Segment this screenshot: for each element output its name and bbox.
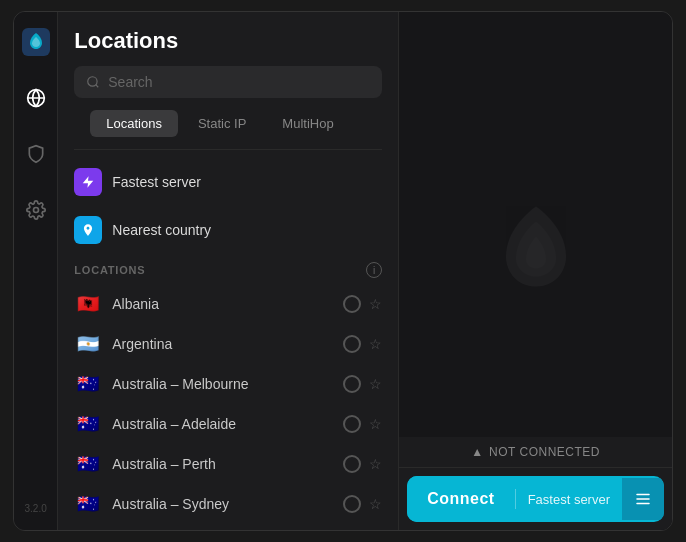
tab-static-ip[interactable]: Static IP bbox=[182, 110, 262, 137]
location-name-au-perth: Australia – Perth bbox=[112, 456, 333, 472]
location-name-argentina: Argentina bbox=[112, 336, 333, 352]
star-icon-au-perth[interactable]: ☆ bbox=[369, 456, 382, 472]
not-connected-status: NOT CONNECTED bbox=[489, 445, 600, 459]
hamburger-icon bbox=[634, 490, 652, 508]
nearest-country-label: Nearest country bbox=[112, 222, 211, 238]
location-actions-au-sydney: ☆ bbox=[343, 495, 382, 513]
location-actions-au-perth: ☆ bbox=[343, 455, 382, 473]
page-title: Locations bbox=[74, 28, 382, 54]
location-item-au-sydney[interactable]: 🇦🇺 Australia – Sydney ☆ bbox=[58, 484, 398, 524]
bottom-bar: ▲ NOT CONNECTED Connect Fastest server bbox=[399, 437, 672, 530]
location-actions-argentina: ☆ bbox=[343, 335, 382, 353]
connect-circle-au-perth[interactable] bbox=[343, 455, 361, 473]
star-icon-au-sydney[interactable]: ☆ bbox=[369, 496, 382, 512]
location-item-albania[interactable]: 🇦🇱 Albania ☆ bbox=[58, 284, 398, 324]
tab-multihop[interactable]: MultiHop bbox=[266, 110, 349, 137]
locations-list: Fastest server Nearest country LOCATIONS… bbox=[58, 150, 398, 530]
fastest-server-icon bbox=[74, 168, 102, 196]
location-item-au-adelaide[interactable]: 🇦🇺 Australia – Adelaide ☆ bbox=[58, 404, 398, 444]
search-bar bbox=[74, 66, 382, 98]
star-icon-au-adelaide[interactable]: ☆ bbox=[369, 416, 382, 432]
fastest-server-item[interactable]: Fastest server bbox=[58, 158, 398, 206]
location-item-argentina[interactable]: 🇦🇷 Argentina ☆ bbox=[58, 324, 398, 364]
flag-au-melbourne: 🇦🇺 bbox=[74, 374, 102, 394]
fastest-server-label: Fastest server bbox=[112, 174, 201, 190]
tab-locations[interactable]: Locations bbox=[90, 110, 178, 137]
svg-point-3 bbox=[33, 208, 38, 213]
location-actions-au-melbourne: ☆ bbox=[343, 375, 382, 393]
chevron-up-icon: ▲ bbox=[471, 445, 483, 459]
location-name-au-melbourne: Australia – Melbourne bbox=[112, 376, 333, 392]
svg-rect-8 bbox=[636, 498, 650, 500]
svg-rect-9 bbox=[636, 503, 650, 505]
panel-header: Locations Locations Static IP MultiHop bbox=[58, 12, 398, 150]
svg-marker-6 bbox=[83, 176, 94, 188]
svg-rect-7 bbox=[636, 494, 650, 496]
brand-logo-bg bbox=[476, 197, 596, 321]
left-panel: Locations Locations Static IP MultiHop bbox=[58, 12, 399, 530]
location-name-albania: Albania bbox=[112, 296, 333, 312]
connect-circle-au-sydney[interactable] bbox=[343, 495, 361, 513]
flag-albania: 🇦🇱 bbox=[74, 294, 102, 314]
location-item-au-melbourne[interactable]: 🇦🇺 Australia – Melbourne ☆ bbox=[58, 364, 398, 404]
app-version: 3.2.0 bbox=[25, 503, 47, 514]
flag-argentina: 🇦🇷 bbox=[74, 334, 102, 354]
flag-au-perth: 🇦🇺 bbox=[74, 454, 102, 474]
location-item-au-brisbane[interactable]: 🇦🇺 Australia – Brisbane ☆ bbox=[58, 524, 398, 530]
star-icon-au-melbourne[interactable]: ☆ bbox=[369, 376, 382, 392]
location-actions-au-adelaide: ☆ bbox=[343, 415, 382, 433]
connect-bar: Connect Fastest server bbox=[407, 476, 664, 522]
sidebar-item-shield[interactable] bbox=[18, 136, 54, 172]
location-actions-albania: ☆ bbox=[343, 295, 382, 313]
right-panel: ▲ NOT CONNECTED Connect Fastest server bbox=[399, 12, 672, 530]
svg-line-5 bbox=[96, 85, 99, 88]
tab-bar: Locations Static IP MultiHop bbox=[74, 110, 382, 150]
locations-section-header: LOCATIONS i bbox=[58, 254, 398, 284]
connect-circle-au-melbourne[interactable] bbox=[343, 375, 361, 393]
connect-circle-au-adelaide[interactable] bbox=[343, 415, 361, 433]
star-icon-albania[interactable]: ☆ bbox=[369, 296, 382, 312]
nearest-country-icon bbox=[74, 216, 102, 244]
search-input[interactable] bbox=[108, 74, 370, 90]
flag-au-adelaide: 🇦🇺 bbox=[74, 414, 102, 434]
location-name-au-sydney: Australia – Sydney bbox=[112, 496, 333, 512]
search-icon bbox=[86, 75, 100, 89]
sidebar-item-settings[interactable] bbox=[18, 192, 54, 228]
connect-circle-argentina[interactable] bbox=[343, 335, 361, 353]
location-item-au-perth[interactable]: 🇦🇺 Australia – Perth ☆ bbox=[58, 444, 398, 484]
app-logo bbox=[22, 28, 50, 56]
connect-circle-albania[interactable] bbox=[343, 295, 361, 313]
sidebar-item-locations[interactable] bbox=[18, 80, 54, 116]
info-icon[interactable]: i bbox=[366, 262, 382, 278]
location-name-au-adelaide: Australia – Adelaide bbox=[112, 416, 333, 432]
connect-menu-button[interactable] bbox=[622, 478, 664, 520]
app-window: 3.2.0 Locations Locations Static IP Mult… bbox=[13, 11, 673, 531]
svg-point-4 bbox=[88, 77, 97, 86]
connect-button[interactable]: Connect bbox=[407, 476, 515, 522]
fastest-server-connect-label: Fastest server bbox=[516, 478, 622, 521]
nearest-country-item[interactable]: Nearest country bbox=[58, 206, 398, 254]
not-connected-bar: ▲ NOT CONNECTED bbox=[399, 437, 672, 468]
section-title: LOCATIONS bbox=[74, 264, 145, 276]
star-icon-argentina[interactable]: ☆ bbox=[369, 336, 382, 352]
flag-au-sydney: 🇦🇺 bbox=[74, 494, 102, 514]
sidebar: 3.2.0 bbox=[14, 12, 58, 530]
